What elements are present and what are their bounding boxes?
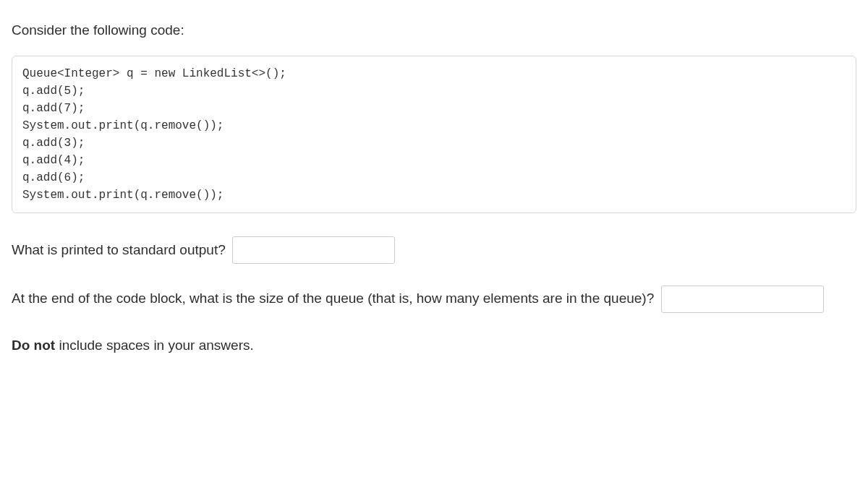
note-rest: include spaces in your answers.: [55, 338, 254, 353]
answer-input-1[interactable]: [232, 236, 395, 264]
question-2: At the end of the code block, what is th…: [12, 282, 856, 315]
question-2-text: At the end of the code block, what is th…: [12, 291, 654, 306]
note-bold: Do not: [12, 338, 55, 353]
note-text: Do not include spaces in your answers.: [12, 335, 856, 356]
question-1-text: What is printed to standard output?: [12, 242, 226, 257]
answer-input-2[interactable]: [661, 286, 824, 313]
intro-text: Consider the following code:: [12, 20, 856, 41]
question-1: What is printed to standard output?: [12, 233, 856, 267]
code-block: Queue<Integer> q = new LinkedList<>(); q…: [12, 56, 856, 213]
